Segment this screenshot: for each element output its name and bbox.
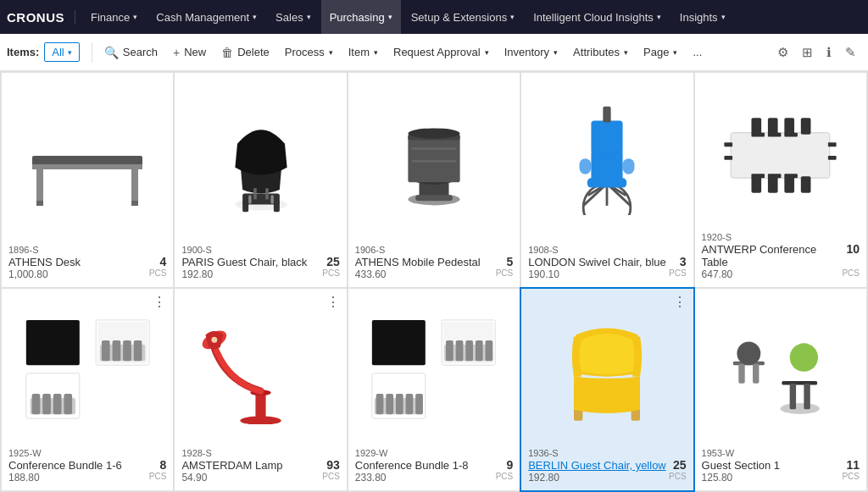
item-name[interactable]: Guest Section 1	[702, 459, 781, 472]
more-button[interactable]: ...	[686, 41, 709, 63]
inventory-button[interactable]: Inventory ▾	[498, 41, 565, 63]
nav-setup-extensions[interactable]: Setup & Extensions ▾	[403, 0, 523, 34]
filter-icon-button[interactable]: ⚙	[772, 41, 793, 64]
item-name-row: ATHENS Mobile Pedestal5	[355, 255, 513, 268]
item-quantity: 4	[160, 255, 167, 268]
svg-rect-44	[828, 142, 837, 146]
grid-item[interactable]: 1920-SANTWERP Conference Table10647.80PC…	[695, 73, 866, 287]
grid-item[interactable]: 1906-SATHENS Mobile Pedestal5433.60PCS	[348, 73, 520, 287]
svg-rect-98	[739, 364, 745, 384]
grid-item[interactable]: ⋮ 1925-WConf	[2, 289, 173, 490]
item-context-menu-button[interactable]: ⋮	[149, 292, 170, 312]
item-footer: 1928-SAMSTERDAM Lamp9354.90PCS	[181, 448, 339, 484]
svg-rect-73	[372, 320, 426, 365]
svg-rect-59	[112, 340, 120, 361]
item-context-menu-button[interactable]: ⋮	[670, 292, 690, 312]
grid-item[interactable]: 1896-SATHENS Desk41,000.80PCS	[2, 73, 173, 287]
chevron-down-icon: ▾	[554, 48, 558, 57]
toolbar-right-actions: ⚙ ⊞ ℹ ✎	[772, 41, 861, 64]
item-image	[181, 296, 339, 443]
nav-insights[interactable]: Insights ▾	[671, 0, 734, 34]
grid-item[interactable]: ⋮ 1936-SBERLIN Guest Chair, yellow25192.…	[521, 289, 693, 490]
svg-rect-43	[725, 156, 733, 160]
svg-rect-21	[412, 160, 457, 163]
item-name[interactable]: ANTWERP Conference Table	[702, 243, 843, 268]
plus-icon: +	[173, 46, 180, 59]
item-price: 192.80	[528, 472, 559, 484]
item-price-row: 192.80PCS	[528, 472, 686, 484]
item-price: 647.80	[702, 268, 733, 280]
nav-sales[interactable]: Sales ▾	[267, 0, 320, 34]
item-name[interactable]: ATHENS Desk	[8, 256, 81, 268]
edit-icon-button[interactable]: ✎	[840, 41, 861, 64]
svg-rect-80	[476, 340, 483, 361]
item-unit: PCS	[149, 268, 167, 280]
request-approval-button[interactable]: Request Approval ▾	[387, 41, 496, 63]
new-button[interactable]: + New	[166, 41, 213, 64]
grid-item[interactable]: 1900-SPARIS Guest Chair, black25192.80PC…	[175, 73, 346, 287]
svg-rect-78	[456, 340, 464, 361]
process-button[interactable]: Process ▾	[278, 41, 340, 63]
item-quantity: 93	[326, 458, 340, 472]
chevron-down-icon: ▾	[388, 13, 392, 21]
svg-rect-61	[133, 340, 142, 361]
item-name[interactable]: ATHENS Mobile Pedestal	[355, 256, 481, 268]
item-price: 54.90	[181, 472, 207, 484]
svg-rect-77	[447, 340, 454, 361]
svg-rect-85	[387, 394, 394, 414]
item-name-row: Conference Bundle 1-89	[355, 458, 513, 472]
chevron-down-icon: ▾	[68, 48, 72, 57]
nav-finance[interactable]: Finance ▾	[82, 0, 146, 34]
nav-cash-management[interactable]: Cash Management ▾	[147, 0, 265, 34]
item-name-row: BERLIN Guest Chair, yellow25	[528, 458, 686, 472]
svg-rect-20	[412, 147, 457, 150]
nav-intelligent-cloud[interactable]: Intelligent Cloud Insights ▾	[525, 0, 670, 34]
svg-rect-5	[131, 201, 138, 206]
item-name-row: ANTWERP Conference Table10	[702, 242, 860, 268]
delete-button[interactable]: 🗑 Delete	[214, 41, 276, 64]
svg-rect-88	[416, 394, 424, 414]
svg-rect-52	[785, 176, 795, 192]
search-button[interactable]: 🔍 Search	[97, 41, 164, 64]
item-quantity: 11	[846, 458, 860, 472]
item-name-row: Conference Bundle 1-68	[8, 458, 166, 472]
grid-item[interactable]: 1908-SLONDON Swivel Chair, blue3190.10PC…	[521, 73, 693, 287]
svg-rect-66	[53, 394, 62, 414]
grid-item[interactable]: ⋮ 1928-SAMSTERDAM Lamp9354.90PCS	[175, 289, 346, 490]
layout-icon-button[interactable]: ⊞	[797, 41, 818, 64]
item-name[interactable]: Conference Bundle 1-6	[8, 459, 122, 472]
item-name[interactable]: BERLIN Guest Chair, yellow	[528, 459, 666, 472]
item-quantity: 5	[506, 255, 513, 268]
info-icon-button[interactable]: ℹ	[821, 41, 837, 64]
item-button[interactable]: Item ▾	[342, 41, 385, 63]
item-footer: 1953-WGuest Section 111125.80PCS	[702, 448, 860, 484]
item-name[interactable]: LONDON Swivel Chair, blue	[528, 256, 666, 268]
item-unit: PCS	[496, 268, 514, 280]
item-image	[528, 296, 686, 443]
chevron-down-icon: ▾	[374, 48, 378, 57]
toolbar-separator	[92, 42, 92, 63]
all-filter-button[interactable]: All ▾	[44, 42, 79, 62]
svg-rect-47	[768, 118, 778, 134]
attributes-button[interactable]: Attributes ▾	[566, 41, 635, 63]
svg-rect-81	[486, 340, 493, 361]
item-price: 233.80	[355, 472, 387, 484]
svg-rect-3	[131, 166, 138, 204]
nav-purchasing[interactable]: Purchasing ▾	[321, 0, 401, 34]
page-button[interactable]: Page ▾	[637, 41, 684, 63]
item-code: 1920-S	[702, 232, 860, 242]
svg-rect-33	[592, 120, 623, 153]
item-name[interactable]: AMSTERDAM Lamp	[181, 459, 282, 472]
grid-item[interactable]: 1953-WGuest Section 111125.80PCS	[695, 289, 866, 490]
delete-icon: 🗑	[221, 46, 233, 59]
chevron-down-icon: ▾	[673, 48, 677, 57]
item-quantity: 25	[326, 255, 340, 268]
item-name[interactable]: Conference Bundle 1-8	[355, 459, 469, 472]
item-price: 1,000.80	[8, 268, 48, 280]
svg-rect-1	[32, 164, 142, 169]
item-code: 1906-S	[355, 245, 513, 255]
grid-item[interactable]: 1929-WConference Bundle 1-89233.80PCS	[348, 289, 520, 490]
svg-point-96	[790, 343, 818, 371]
item-name[interactable]: PARIS Guest Chair, black	[181, 256, 307, 268]
item-context-menu-button[interactable]: ⋮	[323, 292, 343, 312]
